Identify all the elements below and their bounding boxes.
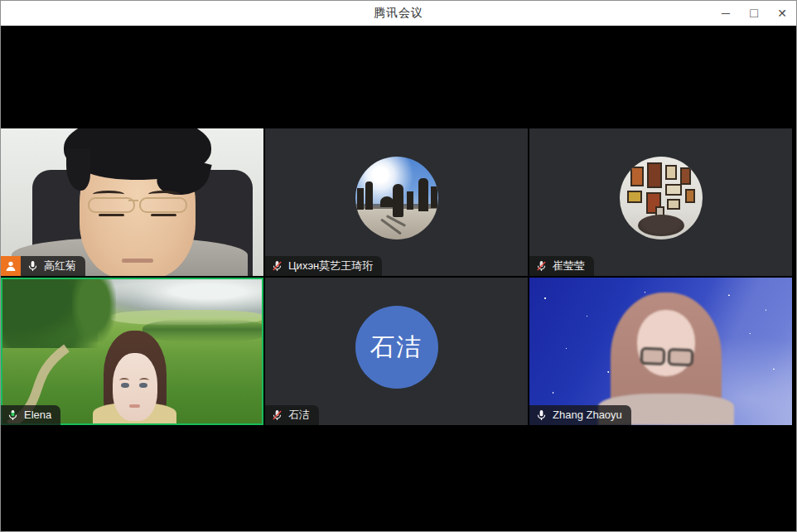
silhouette-shape (407, 191, 413, 210)
initials-avatar: 石洁 (355, 306, 438, 389)
eye-shape (139, 383, 147, 389)
participant-4-video (1, 278, 263, 425)
nameplate: Elena (1, 405, 60, 425)
participant-grid: 高红菊 (1, 128, 792, 425)
mic-muted-icon (535, 259, 548, 273)
participant-1-video (1, 128, 263, 276)
eye-shape (121, 383, 129, 389)
nameplate-row: Zhang Zhaoyu (529, 405, 631, 425)
framed-painting-shape (665, 165, 677, 180)
nameplate: 石洁 (265, 405, 319, 425)
glasses-shape (640, 347, 694, 366)
nameplate: Цихэн莫艺王琦珩 (265, 256, 382, 276)
framed-painting-shape (630, 167, 644, 186)
close-button[interactable]: ✕ (768, 1, 796, 26)
nameplate-row: 崔莹莹 (529, 256, 594, 276)
mic-on-icon (535, 408, 548, 423)
ottoman-shape (638, 215, 684, 236)
participant-2-avatar-area (265, 128, 528, 276)
nameplate-row: 石洁 (265, 405, 319, 425)
nameplate: 高红菊 (21, 256, 85, 276)
mic-muted-icon (271, 408, 283, 423)
framed-painting-shape (685, 189, 695, 203)
silhouette-shape (431, 186, 437, 208)
framed-painting-shape (680, 167, 691, 185)
video-tile-participant-4[interactable]: Elena (1, 278, 263, 425)
mic-on-icon (27, 259, 39, 273)
glasses-lens-shape (668, 348, 693, 366)
window-title: 腾讯会议 (374, 6, 423, 21)
participant-name: Elena (24, 409, 51, 422)
nameplate: 崔莹莹 (529, 256, 594, 276)
mouth-shape (122, 259, 153, 263)
window-controls: ─ □ ✕ (712, 1, 796, 26)
participant-name: Zhang Zhaoyu (553, 409, 622, 422)
video-tile-participant-5[interactable]: 石洁 石洁 (265, 278, 528, 425)
nameplate: Zhang Zhaoyu (529, 405, 631, 425)
glasses-bridge-shape (128, 200, 139, 201)
profile-photo-avatar (355, 157, 438, 239)
framed-painting-shape (647, 162, 662, 188)
video-stage: 高红菊 (1, 26, 796, 531)
host-badge-icon (1, 256, 21, 276)
mic-muted-icon (271, 259, 283, 273)
participant-name: 石洁 (288, 409, 310, 422)
profile-photo-avatar (620, 157, 703, 239)
participant-5-avatar-area: 石洁 (265, 278, 528, 425)
mic-speaking-icon (7, 408, 19, 423)
nameplate-row: 高红菊 (1, 256, 85, 276)
minimize-button[interactable]: ─ (712, 1, 740, 26)
framed-painting-shape (665, 184, 682, 196)
video-tile-participant-6[interactable]: Zhang Zhaoyu (529, 278, 792, 425)
silhouette-shape (357, 188, 364, 210)
participant-6-video (529, 278, 792, 425)
title-bar[interactable]: 腾讯会议 ─ □ ✕ (1, 1, 796, 26)
silhouette-shape (380, 196, 394, 207)
meeting-window: 腾讯会议 ─ □ ✕ (0, 0, 797, 532)
face-shape (113, 353, 157, 421)
person-icon (4, 259, 17, 273)
face-shape (637, 310, 695, 376)
participant-name: Цихэн莫艺王琦珩 (288, 259, 373, 273)
video-tile-participant-1[interactable]: 高红菊 (1, 128, 263, 276)
silhouette-shape (365, 181, 373, 210)
video-tile-participant-2[interactable]: Цихэн莫艺王琦珩 (265, 128, 528, 276)
nameplate-row: Цихэн莫艺王琦珩 (265, 256, 382, 276)
video-tile-participant-3[interactable]: 崔莹莹 (529, 128, 792, 276)
participant-name: 崔莹莹 (553, 259, 585, 273)
silhouette-shape (418, 178, 428, 211)
avatar-initials-text: 石洁 (370, 331, 423, 365)
participant-name: 高红菊 (44, 259, 76, 273)
framed-painting-shape (627, 191, 642, 203)
glasses-lens-shape (139, 197, 187, 214)
silhouette-shape (393, 184, 403, 217)
far-trees-shape (142, 319, 263, 342)
maximize-button[interactable]: □ (740, 1, 768, 26)
mouth-shape (129, 404, 140, 408)
glasses-lens-shape (640, 347, 666, 365)
participant-3-avatar-area (529, 128, 792, 276)
framed-painting-shape (667, 199, 680, 210)
nameplate-row: Elena (1, 405, 60, 425)
